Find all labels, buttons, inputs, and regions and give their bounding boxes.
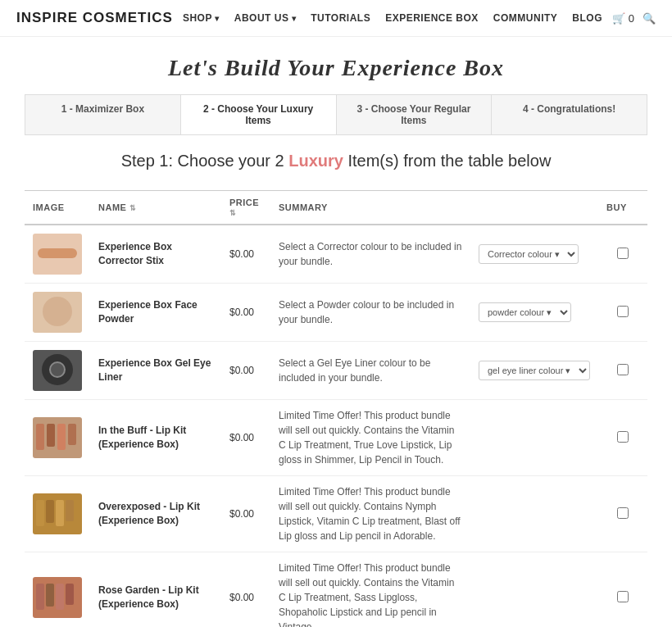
product-buy-cell-2[interactable] — [598, 284, 647, 342]
nav-experience[interactable]: EXPERIENCE BOX — [385, 12, 479, 24]
step-heading-highlight: Luxury — [288, 152, 343, 170]
product-summary-cell-3: Select a Gel Eye Liner colour to be incl… — [270, 342, 470, 400]
product-option-cell-5[interactable] — [470, 476, 598, 552]
nav-links: SHOP ABOUT US TUTORIALS EXPERIENCE BOX C… — [183, 12, 602, 24]
nav-tutorials[interactable]: TUTORIALS — [311, 12, 370, 24]
product-name-cell-3: Experience Box Gel Eye Liner — [90, 342, 221, 400]
step-2[interactable]: 2 - Choose Your Luxury Items — [181, 95, 337, 134]
page-title: Let's Build Your Experience Box — [0, 37, 672, 94]
product-buy-cell-4[interactable] — [598, 400, 647, 476]
product-price-cell-5: $0.00 — [221, 476, 270, 552]
product-name-cell-6: Rose Garden - Lip Kit (Experience Box) — [90, 552, 221, 628]
step-1[interactable]: 1 - Maximizer Box — [25, 95, 181, 134]
product-summary-cell-5: Limited Time Offer! This product bundle … — [270, 476, 470, 552]
color-dropdown-1[interactable]: Corrector colour ▾ — [479, 244, 579, 264]
product-price-cell-1: $0.00 — [221, 225, 270, 284]
product-image-cell-6 — [25, 552, 90, 628]
product-image-cell-1 — [25, 225, 90, 284]
product-image-cell-5 — [25, 476, 90, 552]
brand-logo: INSPIRE COSMETICS — [16, 10, 173, 26]
product-name-cell-4: In the Buff - Lip Kit (Experience Box) — [90, 400, 221, 476]
nav-about[interactable]: ABOUT US — [234, 12, 296, 24]
nav-icons: 🛒 0 🔍 — [612, 12, 656, 25]
table-row: Overexposed - Lip Kit (Experience Box) $… — [25, 476, 647, 552]
product-buy-cell-1[interactable] — [598, 225, 647, 284]
col-header-price: PRICE ⇅ — [221, 191, 270, 225]
table-row: Rose Garden - Lip Kit (Experience Box) $… — [25, 552, 647, 628]
search-icon[interactable]: 🔍 — [642, 12, 656, 25]
product-option-cell-6[interactable] — [470, 552, 598, 628]
product-buy-cell-3[interactable] — [598, 342, 647, 400]
color-dropdown-3[interactable]: gel eye liner colour ▾ — [479, 361, 590, 380]
product-image-cell-3 — [25, 342, 90, 400]
col-header-name: NAME ⇅ — [90, 191, 221, 225]
product-price-cell-6: $0.00 — [221, 552, 270, 628]
product-checkbox-1[interactable] — [617, 248, 629, 259]
step-4[interactable]: 4 - Congratulations! — [492, 95, 647, 134]
product-image-cell-4 — [25, 400, 90, 476]
step-heading-prefix: Step 1: Choose your 2 — [121, 152, 289, 170]
product-option-cell-2[interactable]: powder colour ▾ — [470, 284, 598, 342]
product-option-cell-3[interactable]: gel eye liner colour ▾ — [470, 342, 598, 400]
color-dropdown-2[interactable]: powder colour ▾ — [479, 302, 571, 322]
product-option-cell-4[interactable] — [470, 400, 598, 476]
product-buy-cell-6[interactable] — [598, 552, 647, 628]
product-price-cell-4: $0.00 — [221, 400, 270, 476]
col-header-buy: BUY — [598, 191, 647, 225]
product-table: IMAGE NAME ⇅ PRICE ⇅ SUMMARY BUY Experie… — [25, 190, 647, 627]
table-row: Experience Box Face Powder $0.00 Select … — [25, 284, 647, 342]
nav-community[interactable]: COMMUNITY — [493, 12, 558, 24]
col-header-image: IMAGE — [25, 191, 90, 225]
table-row: In the Buff - Lip Kit (Experience Box) $… — [25, 400, 647, 476]
product-image-cell-2 — [25, 284, 90, 342]
nav-blog[interactable]: BLOG — [572, 12, 602, 24]
product-option-cell-1[interactable]: Corrector colour ▾ — [470, 225, 598, 284]
product-checkbox-6[interactable] — [617, 591, 629, 602]
product-summary-cell-2: Select a Powder colour to be included in… — [270, 284, 470, 342]
product-checkbox-2[interactable] — [617, 306, 629, 317]
step-3[interactable]: 3 - Choose Your Regular Items — [337, 95, 493, 134]
product-checkbox-3[interactable] — [617, 364, 629, 375]
product-name-cell-2: Experience Box Face Powder — [90, 284, 221, 342]
steps-bar: 1 - Maximizer Box 2 - Choose Your Luxury… — [25, 94, 647, 135]
product-summary-cell-6: Limited Time Offer! This product bundle … — [270, 552, 470, 628]
product-checkbox-4[interactable] — [617, 431, 629, 443]
col-header-option — [470, 191, 598, 225]
main-content: Step 1: Choose your 2 Luxury Item(s) fro… — [25, 135, 647, 627]
table-header-row: IMAGE NAME ⇅ PRICE ⇅ SUMMARY BUY — [25, 191, 647, 225]
product-name-cell-5: Overexposed - Lip Kit (Experience Box) — [90, 476, 221, 552]
product-price-cell-3: $0.00 — [221, 342, 270, 400]
product-name-cell-1: Experience Box Corrector Stix — [90, 225, 221, 284]
product-buy-cell-5[interactable] — [598, 476, 647, 552]
cart-icon[interactable]: 🛒 0 — [612, 12, 634, 25]
product-price-cell-2: $0.00 — [221, 284, 270, 342]
table-row: Experience Box Corrector Stix $0.00 Sele… — [25, 225, 647, 284]
nav-shop[interactable]: SHOP — [183, 12, 220, 24]
col-header-summary: SUMMARY — [270, 191, 470, 225]
step-heading: Step 1: Choose your 2 Luxury Item(s) fro… — [25, 152, 647, 170]
step-heading-suffix: Item(s) from the table below — [343, 152, 551, 170]
navbar: INSPIRE COSMETICS SHOP ABOUT US TUTORIAL… — [0, 0, 672, 37]
product-checkbox-5[interactable] — [617, 507, 629, 519]
product-summary-cell-1: Select a Corrector colour to be included… — [270, 225, 470, 284]
product-summary-cell-4: Limited Time Offer! This product bundle … — [270, 400, 470, 476]
table-row: Experience Box Gel Eye Liner $0.00 Selec… — [25, 342, 647, 400]
